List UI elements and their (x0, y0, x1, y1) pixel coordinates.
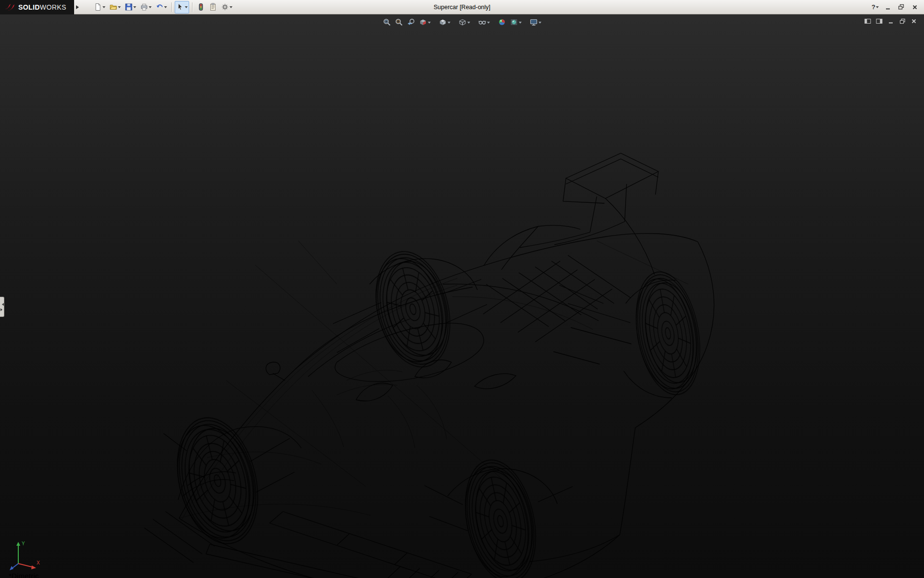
view-settings-button[interactable] (528, 16, 543, 28)
titlebar: SOLIDWORKS (0, 0, 924, 14)
pane-left-button[interactable] (864, 18, 872, 25)
document-window-controls (864, 18, 918, 25)
zoom-to-area-icon (395, 18, 403, 26)
dropdown-caret-icon[interactable] (539, 22, 541, 25)
rebuild-traffic-light-icon (197, 3, 205, 11)
rebuild-button[interactable] (195, 1, 206, 13)
help-button[interactable]: ? (871, 3, 880, 11)
options-gear-icon (221, 3, 229, 11)
view-settings-monitor-icon (529, 18, 538, 26)
triad-y-label: Y (22, 541, 25, 546)
minimize-button[interactable] (882, 2, 893, 12)
expand-arrow-icon (0, 308, 4, 311)
glasses-icon (478, 18, 487, 26)
zoom-to-fit-button[interactable] (381, 16, 393, 28)
view-orientation-button[interactable] (437, 16, 452, 28)
restore-icon (899, 18, 906, 25)
menu-expand-arrow[interactable] (76, 5, 81, 9)
close-button[interactable] (909, 2, 920, 12)
standard-toolbar (92, 1, 234, 13)
toolbar-separator (192, 2, 192, 12)
apply-scene-button[interactable] (508, 16, 523, 28)
graphics-area[interactable]: Y X *Dimetric (0, 14, 924, 578)
minimize-icon (885, 4, 891, 10)
options-button[interactable] (219, 1, 234, 13)
maximize-button[interactable] (896, 2, 907, 12)
pane-right-button[interactable] (875, 18, 883, 25)
view-cube-icon (438, 18, 447, 26)
wireframe-supercar-model (0, 14, 924, 578)
previous-view-icon (407, 18, 415, 26)
dropdown-caret-icon[interactable] (103, 6, 105, 10)
section-view-icon (419, 18, 427, 26)
file-properties-button[interactable] (207, 1, 218, 13)
triad-z-arrow (10, 566, 13, 570)
minimize-icon (888, 18, 894, 24)
heads-up-view-toolbar (381, 16, 543, 28)
new-document-icon (94, 3, 102, 11)
undo-button[interactable] (154, 1, 168, 13)
select-button[interactable] (175, 1, 189, 13)
close-icon (912, 4, 918, 10)
open-button[interactable] (108, 1, 122, 13)
restore-icon (898, 4, 904, 10)
solidworks-logo-icon (4, 3, 15, 12)
file-properties-icon (209, 3, 217, 11)
hide-show-items-button[interactable] (476, 16, 491, 28)
open-folder-icon (109, 3, 117, 11)
dropdown-caret-icon[interactable] (164, 6, 167, 10)
section-view-button[interactable] (417, 16, 432, 28)
solidworks-logo-text: SOLIDWORKS (18, 3, 66, 11)
save-button[interactable] (123, 1, 138, 13)
select-cursor-icon (176, 3, 184, 11)
window-title: Supercar [Read-only] (434, 4, 490, 11)
save-floppy-icon (125, 3, 133, 11)
dropdown-caret-icon[interactable] (876, 6, 879, 10)
feature-manager-splitter[interactable] (0, 297, 4, 317)
collapse-arrow-icon (0, 303, 4, 306)
zoom-to-fit-icon (383, 18, 391, 26)
triad-y-arrow (16, 542, 20, 546)
dropdown-caret-icon[interactable] (133, 6, 136, 10)
dropdown-caret-icon[interactable] (467, 22, 470, 25)
dropdown-caret-icon[interactable] (487, 22, 490, 25)
solidworks-logo: SOLIDWORKS (0, 0, 74, 14)
dropdown-caret-icon[interactable] (448, 22, 450, 25)
view-orientation-label: *Dimetric (9, 572, 39, 578)
close-icon (911, 18, 917, 24)
previous-view-button[interactable] (405, 16, 417, 28)
edit-appearance-button[interactable] (496, 16, 508, 28)
print-button[interactable] (139, 1, 153, 13)
dropdown-caret-icon[interactable] (118, 6, 121, 10)
dropdown-caret-icon[interactable] (428, 22, 431, 25)
dropdown-caret-icon[interactable] (230, 6, 232, 10)
help-icon: ? (872, 3, 875, 11)
dropdown-caret-icon[interactable] (149, 6, 152, 10)
display-style-button[interactable] (457, 16, 472, 28)
orientation-triad[interactable]: Y X (7, 539, 41, 575)
toolbar-separator (171, 2, 172, 12)
pane-right-icon (876, 18, 883, 24)
triad-x-label: X (37, 560, 40, 565)
titlebar-right-controls: ? (871, 2, 924, 12)
doc-restore-button[interactable] (898, 18, 906, 25)
printer-icon (140, 3, 148, 11)
doc-close-button[interactable] (910, 18, 918, 25)
doc-minimize-button[interactable] (887, 18, 895, 25)
dropdown-caret-icon[interactable] (519, 22, 522, 25)
display-style-cube-icon (458, 18, 467, 26)
zoom-to-area-button[interactable] (393, 16, 405, 28)
undo-arrow-icon (155, 3, 164, 11)
pane-left-icon (864, 18, 871, 24)
scene-sphere-icon (510, 18, 518, 26)
appearance-ball-icon (498, 18, 506, 26)
new-button[interactable] (92, 1, 107, 13)
dropdown-caret-icon[interactable] (185, 6, 188, 10)
triad-x-arrow (31, 565, 36, 569)
